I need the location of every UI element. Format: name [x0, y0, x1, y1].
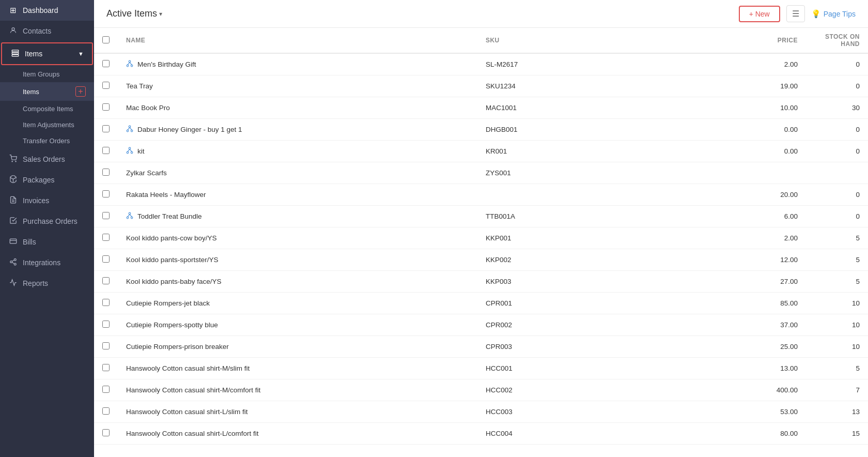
svg-point-23 — [131, 130, 133, 132]
row-name-cell: Kool kiddo pants-baby face/YS — [118, 271, 477, 293]
table-header: NAME SKU PRICE STOCK ON HAND — [94, 28, 868, 53]
row-stock-cell: 15 — [806, 423, 868, 445]
row-checkbox[interactable] — [102, 82, 110, 89]
svg-point-17 — [127, 65, 129, 66]
svg-rect-3 — [12, 55, 19, 56]
svg-point-22 — [127, 130, 129, 132]
item-name-link[interactable]: Men's Birthday Gift — [137, 60, 196, 68]
sidebar-item-bills[interactable]: Bills — [0, 232, 94, 252]
row-name-cell: Men's Birthday Gift — [118, 53, 477, 75]
svg-line-30 — [130, 149, 132, 152]
row-checkbox[interactable] — [102, 342, 110, 349]
item-name-link[interactable]: Cutiepie Rompers-jet black — [126, 299, 210, 307]
row-name-cell: Rakata Heels - Mayflower — [118, 184, 477, 206]
row-sku-cell: SL-M2617 — [477, 53, 723, 75]
row-checkbox[interactable] — [102, 277, 110, 284]
sidebar-item-items-sub[interactable]: Items + — [0, 82, 94, 101]
row-stock-cell: 10 — [806, 336, 868, 358]
item-name-link[interactable]: Kool kiddo pants-cow boy/YS — [126, 234, 217, 242]
row-sku-cell: SKU1234 — [477, 75, 723, 97]
item-name-link[interactable]: Cutiepie Rompers-prison breaker — [126, 343, 229, 351]
composite-icon — [126, 60, 133, 69]
main-content: Active Items ▾ + New ☰ 💡 Page Tips NAME … — [94, 0, 868, 457]
row-price-cell: 13.00 — [723, 358, 806, 379]
col-header-check — [94, 28, 118, 53]
sidebar-label-reports: Reports — [23, 279, 48, 287]
sidebar-item-packages[interactable]: Packages — [0, 170, 94, 190]
row-name-cell: Cutiepie Rompers-spotty blue — [118, 314, 477, 336]
sidebar-item-dashboard[interactable]: ⊞ Dashboard — [0, 0, 94, 21]
row-checkbox[interactable] — [102, 234, 110, 241]
svg-point-11 — [14, 258, 16, 261]
row-checkbox[interactable] — [102, 321, 110, 328]
item-name-link[interactable]: Kool kiddo pants-baby face/YS — [126, 278, 222, 285]
sidebar-item-item-adjustments[interactable]: Item Adjustments — [0, 117, 94, 133]
col-header-sku: SKU — [477, 28, 723, 53]
row-checkbox[interactable] — [102, 299, 110, 306]
menu-button[interactable]: ☰ — [786, 5, 805, 22]
row-checkbox[interactable] — [102, 103, 110, 111]
sidebar-item-purchase-orders[interactable]: Purchase Orders — [0, 211, 94, 232]
row-checkbox[interactable] — [102, 212, 110, 219]
item-name-link[interactable]: Dabur Honey Ginger - buy 1 get 1 — [137, 126, 242, 133]
row-checkbox[interactable] — [102, 169, 110, 176]
item-name-link[interactable]: kit — [137, 147, 145, 155]
item-name-link[interactable]: Hanswooly Cotton casual shirt-L/comfort … — [126, 430, 259, 437]
sidebar-label-integrations: Integrations — [23, 258, 60, 267]
row-checkbox[interactable] — [102, 429, 110, 436]
row-checkbox[interactable] — [102, 125, 110, 132]
row-checkbox[interactable] — [102, 255, 110, 263]
row-checkbox[interactable] — [102, 364, 110, 371]
sidebar-label-sales-orders: Sales Orders — [23, 155, 65, 163]
row-name-cell: Hanswooly Cotton casual shirt-L/comfort … — [118, 423, 477, 445]
page-tips[interactable]: 💡 Page Tips — [811, 9, 856, 19]
item-name-link[interactable]: Zylkar Scarfs — [126, 169, 167, 177]
select-all-checkbox[interactable] — [102, 36, 110, 43]
row-checkbox[interactable] — [102, 60, 110, 67]
packages-icon — [8, 175, 18, 185]
sidebar-item-items[interactable]: Items ▼ — [1, 42, 93, 65]
table-row: Zylkar ScarfsZYS001 — [94, 162, 868, 184]
item-name-link[interactable]: Mac Book Pro — [126, 104, 170, 112]
sidebar-item-reports[interactable]: Reports — [0, 273, 94, 294]
page-title-text: Active Items — [106, 8, 157, 19]
col-header-stock: STOCK ON HAND — [806, 28, 868, 53]
items-icon — [10, 49, 20, 58]
svg-rect-2 — [12, 52, 19, 54]
svg-point-18 — [131, 65, 133, 66]
sidebar-item-item-groups[interactable]: Item Groups — [0, 66, 94, 82]
item-name-link[interactable]: Rakata Heels - Mayflower — [126, 191, 206, 199]
sidebar-item-invoices[interactable]: Invoices — [0, 190, 94, 211]
item-name-link[interactable]: Hanswooly Cotton casual shirt-L/slim fit — [126, 408, 248, 416]
row-checkbox-cell — [94, 119, 118, 141]
item-name-link[interactable]: Kool kiddo pants-sportster/YS — [126, 256, 219, 264]
items-table: NAME SKU PRICE STOCK ON HAND Men's Birth… — [94, 28, 868, 445]
item-name-link[interactable]: Toddler Treat Bundle — [137, 212, 202, 220]
item-name-link[interactable]: Hanswooly Cotton casual shirt-M/comfort … — [126, 386, 260, 394]
composite-icon — [126, 212, 133, 221]
sidebar-item-integrations[interactable]: Integrations — [0, 252, 94, 273]
sidebar-item-transfer-orders[interactable]: Transfer Orders — [0, 133, 94, 149]
row-name-cell: Hanswooly Cotton casual shirt-M/comfort … — [118, 379, 477, 401]
row-sku-cell: CPR001 — [477, 293, 723, 314]
row-stock-cell: 0 — [806, 184, 868, 206]
item-name-link[interactable]: Tea Tray — [126, 82, 153, 90]
svg-point-16 — [129, 60, 131, 63]
row-checkbox[interactable] — [102, 147, 110, 154]
row-checkbox[interactable] — [102, 407, 110, 415]
row-name-cell: Cutiepie Rompers-prison breaker — [118, 336, 477, 358]
sidebar-item-contacts[interactable]: Contacts — [0, 21, 94, 41]
title-dropdown-arrow[interactable]: ▾ — [159, 10, 162, 18]
row-checkbox[interactable] — [102, 190, 110, 197]
row-stock-cell: 5 — [806, 249, 868, 271]
item-name-link[interactable]: Hanswooly Cotton casual shirt-M/slim fit — [126, 364, 250, 372]
row-sku-cell: TTB001A — [477, 206, 723, 227]
row-price-cell — [723, 162, 806, 184]
sidebar-item-sales-orders[interactable]: Sales Orders — [0, 149, 94, 170]
row-checkbox[interactable] — [102, 386, 110, 393]
row-checkbox-cell — [94, 379, 118, 401]
sidebar-item-composite-items[interactable]: Composite Items — [0, 101, 94, 117]
item-name-link[interactable]: Cutiepie Rompers-spotty blue — [126, 321, 218, 329]
new-button[interactable]: + New — [739, 6, 780, 22]
add-item-button[interactable]: + — [75, 86, 86, 97]
